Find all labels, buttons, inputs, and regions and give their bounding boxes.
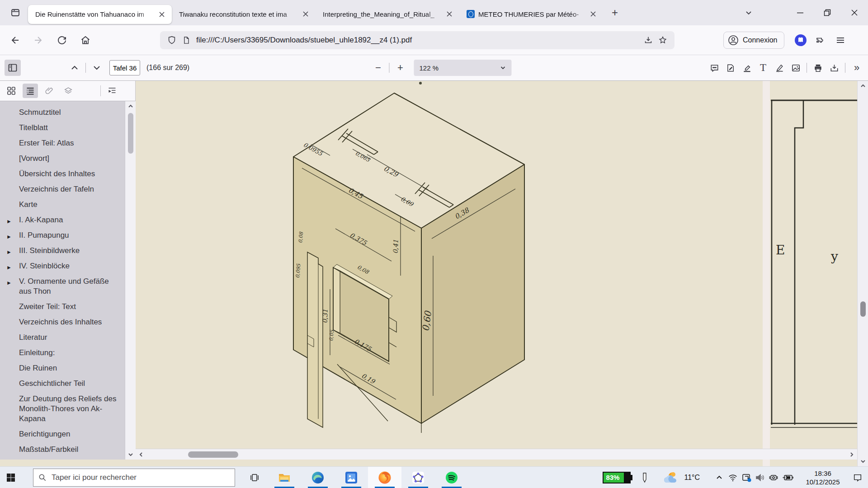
next-page-icon[interactable] [89,60,105,76]
page-icon[interactable] [179,33,193,47]
toc-item[interactable]: ►III. Steinbildwerke [0,243,136,258]
more-tools-icon[interactable]: » [848,60,864,76]
reader-extension-icon[interactable] [794,34,807,47]
reload-icon[interactable] [53,32,71,49]
taskbar-app-geogebra[interactable] [401,467,435,488]
taskbar-app-spotify[interactable] [435,467,468,488]
back-icon[interactable] [6,32,24,49]
restore-button[interactable] [814,1,841,24]
volume-icon[interactable] [753,467,767,488]
bookmark-star-icon[interactable] [656,33,670,47]
toc-item[interactable]: Geschichtlicher Teil [0,376,136,391]
firefox-view-icon[interactable] [6,4,24,21]
menu-hamburger-icon[interactable] [832,32,849,48]
task-view-button[interactable] [241,467,268,488]
scroll-down-icon[interactable] [858,456,868,466]
shield-icon[interactable] [165,33,179,47]
toc-item[interactable]: [Vorwort] [0,151,136,166]
weather-widget[interactable]: 11°C [663,471,700,484]
zoom-in-button[interactable]: + [392,60,409,76]
previous-page-icon[interactable] [66,60,83,76]
toc-item[interactable]: Maßstab/Farbkeil [0,442,136,457]
toc-item[interactable]: Zur Deutung des Reliefs des Monolith-Tho… [0,391,136,427]
toc-item[interactable]: Zweiter Teil: Text [0,299,136,314]
toc-item[interactable]: Erster Teil: Atlas [0,136,136,151]
toc-item[interactable]: Einleitung: [0,345,136,361]
extensions-puzzle-icon[interactable] [811,32,828,48]
new-tab-button[interactable]: + [607,5,623,21]
toc-item[interactable]: ►I. Ak-Kapana [0,212,136,228]
text-tool-icon[interactable]: T [755,60,771,76]
url-bar[interactable]: file:///C:/Users/33695/Downloads/stuebel… [160,31,675,49]
expander-icon[interactable]: ► [6,216,12,226]
downloads-icon[interactable] [641,33,656,47]
attachments-icon[interactable] [42,84,57,98]
taskbar-app-edge[interactable] [301,467,335,488]
draw-tool-icon[interactable] [771,60,788,76]
sync-rotation-icon[interactable] [740,467,753,488]
close-window-button[interactable] [841,1,868,24]
pen-icon[interactable] [638,467,651,488]
wifi-icon[interactable] [726,467,740,488]
print-icon[interactable] [810,60,826,76]
toc-item[interactable]: ►II. Pumapungu [0,228,136,243]
notification-center-icon[interactable] [847,467,868,488]
scroll-right-icon[interactable] [846,449,857,460]
expander-icon[interactable]: ► [6,247,12,257]
toc-item[interactable]: Verzeichnis des Inhaltes [0,314,136,330]
zoom-level-select[interactable]: 122 % [414,60,512,76]
save-icon[interactable] [826,60,842,76]
sidebar-toggle-icon[interactable] [5,60,21,76]
signature-tool-icon[interactable] [722,60,739,76]
taskbar-app-explorer[interactable] [268,467,301,488]
expander-icon[interactable]: ► [6,232,12,242]
tab-tiwanaku[interactable]: Tiwanaku reconstitution texte et ima [172,4,316,24]
account-login-button[interactable]: Connexion [723,32,784,49]
battery-widget[interactable]: 83% [603,472,632,483]
scroll-down-icon[interactable] [125,450,136,460]
taskbar-app-photos[interactable] [335,467,368,488]
layers-icon[interactable] [61,84,76,98]
url-text[interactable]: file:///C:/Users/33695/Downloads/stuebel… [193,36,641,45]
page-number-input[interactable] [109,60,140,75]
start-button[interactable] [0,467,22,488]
toc-item[interactable]: Verzeichnis der Tafeln [0,182,136,197]
taskbar-clock[interactable]: 18:36 10/12/2025 [798,469,847,486]
scroll-left-icon[interactable] [136,449,146,460]
search-input[interactable] [52,473,230,482]
image-tool-icon[interactable] [788,60,804,76]
tab-close-icon[interactable] [444,9,455,19]
taskbar-search-box[interactable] [33,469,235,487]
minimize-button[interactable] [787,1,814,24]
sidebar-scrollbar[interactable] [125,101,136,460]
highlighter-tool-icon[interactable] [739,60,755,76]
scroll-up-icon[interactable] [858,81,868,91]
toc-item[interactable]: Berichtigungen [0,427,136,442]
toc-item[interactable]: Literatur [0,330,136,345]
hscroll-thumb[interactable] [188,451,238,458]
tab-close-icon[interactable] [156,9,167,20]
current-outline-item-icon[interactable] [104,84,120,98]
taskbar-app-firefox[interactable] [368,467,401,488]
vscroll-thumb[interactable] [860,301,866,317]
hscroll-track[interactable] [146,449,846,460]
toc-item[interactable]: ►V. Ornamente und Gefäße aus Thon [0,274,136,299]
horizontal-scrollbar[interactable] [136,449,857,460]
tab-meteo[interactable]: METEO THUMERIES par Météo- [459,4,603,24]
toc-item[interactable]: Titelblatt [0,120,136,136]
home-icon[interactable] [77,32,94,49]
forward-icon[interactable] [30,32,47,49]
expander-icon[interactable]: ► [6,263,12,272]
power-battery-icon[interactable] [780,467,796,488]
tab-close-icon[interactable] [300,9,311,19]
thumbnails-view-icon[interactable] [4,84,19,98]
scroll-up-icon[interactable] [125,101,136,111]
tab-interpreting[interactable]: Interpreting_the_Meaning_of_Ritual_ [316,4,459,24]
toc-item[interactable]: ►IV. Steinblöcke [0,258,136,274]
zoom-out-button[interactable]: − [370,60,387,76]
toc-item[interactable]: Karte [0,197,136,212]
comment-tool-icon[interactable] [706,60,722,76]
vertical-scrollbar[interactable] [857,81,868,466]
camera-privacy-icon[interactable] [767,467,780,488]
sidebar-scroll-thumb[interactable] [128,113,133,154]
